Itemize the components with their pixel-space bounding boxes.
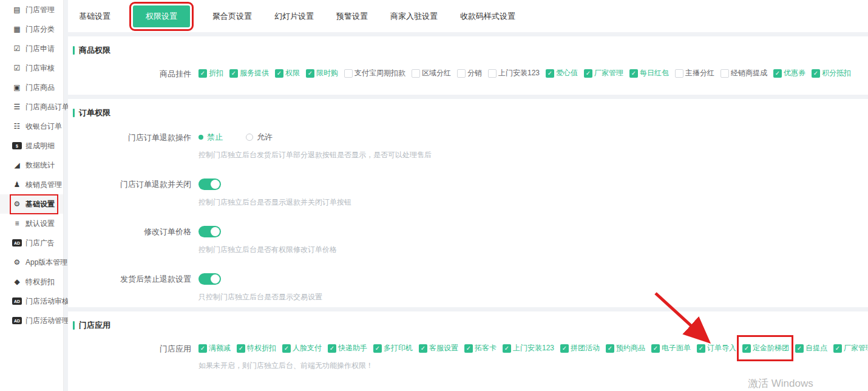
checkbox-label: 爱心值 [556, 68, 578, 78]
checkbox-label: 人脸支付 [293, 343, 322, 353]
section-title-text: 订单权限 [79, 107, 110, 118]
store-icon: ▤ [12, 5, 22, 14]
checkbox-item[interactable]: 满额减 [198, 343, 231, 353]
checkbox-item[interactable]: 拓客卡 [464, 343, 497, 353]
checkbox-item[interactable]: 限时购 [306, 68, 338, 78]
checkbox-item[interactable]: 预约商品 [606, 343, 645, 353]
checkbox-item[interactable]: 自提点 [795, 343, 827, 353]
tab-4[interactable]: 预警设置 [336, 11, 368, 22]
verifier-icon: ♟ [12, 180, 22, 189]
title-accent-bar [73, 109, 75, 117]
checkbox-label: 权限 [285, 68, 300, 78]
privilege-tag-icon: ◆ [12, 277, 22, 286]
tab-6[interactable]: 收款码样式设置 [460, 11, 515, 22]
checkbox-label: 区域分红 [422, 68, 451, 78]
checkbox-label: 多打印机 [384, 343, 413, 353]
store-audit-icon: ☑ [12, 64, 22, 72]
checkbox-item[interactable]: 折扣 [198, 68, 223, 78]
checkbox-item[interactable]: 支付宝周期扣款 [344, 68, 405, 78]
field-label: 门店订单退款并关闭 [73, 178, 191, 208]
sidebar-item-4[interactable]: ▣门店商品 [0, 78, 63, 97]
radio-selected-icon [198, 135, 203, 140]
checkbox-checked-icon [697, 344, 705, 353]
toggle-switch-on[interactable] [198, 178, 221, 190]
sidebar-item-5[interactable]: ☰门店商品订单 [0, 97, 63, 117]
checkbox-item[interactable]: 电子面单 [651, 343, 691, 353]
store-goods-icon: ▣ [12, 83, 22, 92]
sidebar-item-11[interactable]: ≡默认设置 [0, 214, 63, 233]
sidebar-item-9[interactable]: ♟核销员管理 [0, 175, 63, 194]
sidebar-item-12[interactable]: AD门店广告 [0, 233, 63, 253]
checkbox-item[interactable]: 多打印机 [373, 343, 413, 353]
checkbox-label: 拓客卡 [475, 343, 497, 353]
checkbox-label: 分销 [467, 68, 482, 78]
checkbox-label: 订单导入 [707, 343, 736, 353]
checkbox-unchecked-icon [721, 69, 729, 78]
checkbox-label: 满额减 [209, 343, 231, 353]
sidebar-item-8[interactable]: ◢数据统计 [0, 155, 63, 175]
checkbox-label: 预约商品 [616, 343, 645, 353]
field-label: 门店订单退款操作 [73, 132, 191, 160]
checkbox-checked-icon [503, 344, 511, 353]
checkbox-item[interactable]: 上门安装123 [488, 68, 540, 78]
sidebar-item-16[interactable]: AD门店活动管理 [0, 311, 63, 330]
checkbox-item[interactable]: 特权折扣 [237, 343, 276, 353]
commission-icon: $ [12, 142, 22, 149]
tab-3[interactable]: 幻灯片设置 [274, 11, 314, 22]
default-settings-icon: ≡ [12, 219, 22, 228]
toggle-switch-on[interactable] [198, 226, 221, 237]
checkbox-item[interactable]: 积分抵扣 [812, 68, 851, 78]
section-goods-permissions: 商品权限 商品挂件 折扣服务提供权限限时购支付宝周期扣款区域分红分销上门安装12… [68, 36, 868, 95]
activity-manage-icon: AD [12, 317, 22, 324]
checkbox-item[interactable]: 厂家管理 [584, 68, 623, 78]
toggle-switch-on[interactable] [198, 273, 221, 285]
checkbox-label: 限时购 [316, 68, 338, 78]
sidebar-item-2[interactable]: ☑门店申请 [0, 39, 63, 58]
tab-0[interactable]: 基础设置 [79, 11, 110, 22]
checkbox-label: 电子面单 [662, 343, 691, 353]
sidebar-item-3[interactable]: ☑门店审核 [0, 58, 63, 78]
checkbox-item[interactable]: 区域分红 [412, 68, 451, 78]
sidebar-item-label: 门店商品订单 [25, 102, 69, 112]
sidebar-item-15[interactable]: AD门店活动审核 [0, 291, 63, 311]
radio-label: 允许 [257, 132, 273, 143]
goods-checkbox-group: 折扣服务提供权限限时购支付宝周期扣款区域分红分销上门安装123爱心值厂家管理每日… [198, 68, 868, 78]
checkbox-label: 折扣 [209, 68, 223, 78]
title-accent-bar [73, 321, 75, 330]
tab-1[interactable]: 权限设置 [133, 5, 190, 27]
store-apps-row: 门店应用 满额减特权折扣人脸支付快递助手多打印机客服设置拓客卡上门安装123拼团… [73, 343, 868, 371]
section-title-text: 门店应用 [79, 320, 110, 331]
radio-option[interactable]: 禁止 [198, 132, 223, 143]
sidebar-item-6[interactable]: ☷收银台订单 [0, 117, 63, 136]
checkbox-item[interactable]: 服务提供 [229, 68, 269, 78]
sidebar-item-1[interactable]: ▦门店分类 [0, 19, 63, 39]
tab-5[interactable]: 商家入驻设置 [390, 11, 438, 22]
checkbox-item[interactable]: 分销 [457, 68, 482, 78]
checkbox-item[interactable]: 经销商提成 [721, 68, 767, 78]
order-setting-row: 门店订单退款并关闭控制门店独立后台是否显示退款并关闭订单按钮 [73, 178, 868, 208]
checkbox-item[interactable]: 拼团活动 [560, 343, 600, 353]
checkbox-item[interactable]: 定金阶梯团 [742, 343, 789, 353]
checkbox-item[interactable]: 主播分红 [675, 68, 714, 78]
checkbox-label: 上门安装123 [498, 68, 540, 78]
checkbox-item[interactable]: 客服设置 [419, 343, 458, 353]
checkbox-item[interactable]: 快递助手 [328, 343, 367, 353]
checkbox-item[interactable]: 优惠券 [773, 68, 805, 78]
checkbox-item[interactable]: 权限 [275, 68, 300, 78]
checkbox-item[interactable]: 每日红包 [629, 68, 669, 78]
sidebar-item-7[interactable]: $提成明细 [0, 136, 63, 155]
checkbox-item[interactable]: 订单导入 [697, 343, 736, 353]
sidebar-item-14[interactable]: ◆特权折扣 [0, 272, 63, 291]
sidebar-item-10[interactable]: ⚙基础设置 [0, 194, 63, 214]
checkbox-item[interactable]: 人脸支付 [282, 343, 322, 353]
checkbox-item[interactable]: 爱心值 [546, 68, 578, 78]
sidebar-item-0[interactable]: ▤门店管理 [0, 0, 63, 19]
sidebar-item-label: App版本管理 [25, 257, 67, 268]
tab-2[interactable]: 聚合页设置 [212, 11, 252, 22]
sidebar-item-13[interactable]: ⚙App版本管理 [0, 253, 63, 272]
checkbox-item[interactable]: 厂家管理 [833, 343, 868, 353]
checkbox-item[interactable]: 上门安装123 [503, 343, 554, 353]
goods-widgets-row: 商品挂件 折扣服务提供权限限时购支付宝周期扣款区域分红分销上门安装123爱心值厂… [73, 68, 868, 80]
radio-option[interactable]: 允许 [246, 132, 273, 143]
help-text: 控制门店独立后台是否有权限修改订单价格 [198, 245, 868, 255]
